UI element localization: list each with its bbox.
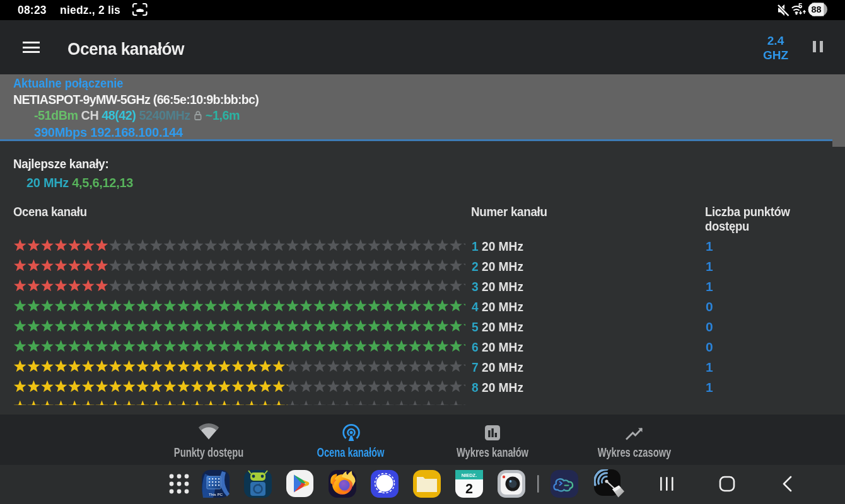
svg-text:NIEDZ.: NIEDZ.: [462, 472, 477, 478]
svg-text:2: 2: [465, 481, 473, 496]
svg-text:This PC: This PC: [209, 492, 223, 496]
